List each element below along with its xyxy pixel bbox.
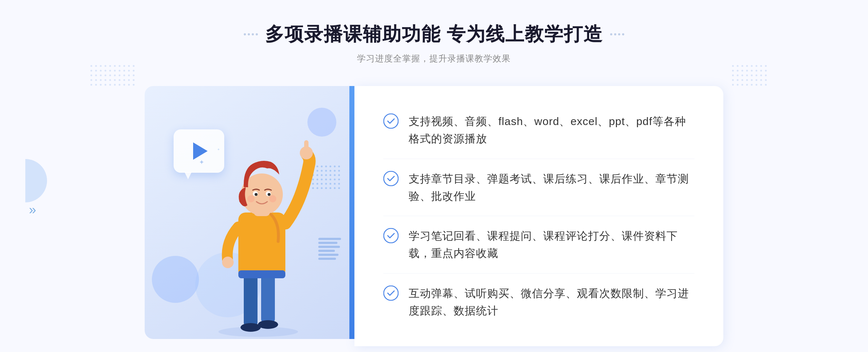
svg-point-4 xyxy=(258,320,278,329)
page-container: » 多项录播课辅助功能 专为线上教学打造 学习进度全掌握，提升录播课教学效果 xyxy=(0,0,868,352)
person-illustration xyxy=(200,129,323,339)
deco-circle-1 xyxy=(152,256,199,303)
feature-text-3: 学习笔记回看、课程提问、课程评论打分、课件资料下载，重点内容收藏 xyxy=(409,227,694,262)
feature-divider-2 xyxy=(383,216,694,216)
svg-point-16 xyxy=(247,195,255,202)
svg-rect-8 xyxy=(304,140,309,153)
header-decorators: 多项录播课辅助功能 专为线上教学打造 xyxy=(244,22,624,47)
svg-rect-1 xyxy=(244,270,258,328)
page-subtitle: 学习进度全掌握，提升录播课教学效果 xyxy=(244,53,624,64)
check-icon-4 xyxy=(383,286,399,301)
svg-rect-6 xyxy=(238,270,285,278)
page-main-title: 多项录播课辅助功能 专为线上教学打造 xyxy=(265,22,603,47)
svg-rect-2 xyxy=(261,270,275,325)
decorator-dots-left xyxy=(244,33,258,35)
feature-item-3: 学习笔记回看、课程提问、课程评论打分、课件资料下载，重点内容收藏 xyxy=(383,221,694,269)
feature-text-1: 支持视频、音频、flash、word、excel、ppt、pdf等各种格式的资源… xyxy=(409,113,694,147)
check-icon-1 xyxy=(383,113,399,129)
illustration-panel: ✦ ✦ xyxy=(145,86,354,339)
svg-point-19 xyxy=(384,171,398,186)
check-icon-3 xyxy=(383,228,399,243)
feature-text-4: 互动弹幕、试听购买、微信分享、观看次数限制、学习进度跟踪、数据统计 xyxy=(409,285,694,319)
feature-item-4: 互动弹幕、试听购买、微信分享、观看次数限制、学习进度跟踪、数据统计 xyxy=(383,278,694,326)
dot-pattern-left xyxy=(90,65,135,86)
svg-point-14 xyxy=(255,193,258,196)
dot-pattern-right xyxy=(732,65,767,86)
svg-point-18 xyxy=(384,114,398,128)
svg-point-9 xyxy=(222,257,234,268)
feature-divider-3 xyxy=(383,273,694,274)
feature-item-1: 支持视频、音频、flash、word、excel、ppt、pdf等各种格式的资源… xyxy=(383,106,694,154)
feature-text-2: 支持章节目录、弹题考试、课后练习、课后作业、章节测验、批改作业 xyxy=(409,170,694,205)
svg-point-3 xyxy=(241,323,261,332)
feature-item-2: 支持章节目录、弹题考试、课后练习、课后作业、章节测验、批改作业 xyxy=(383,164,694,211)
svg-rect-5 xyxy=(238,213,285,278)
feature-divider-1 xyxy=(383,159,694,159)
svg-point-20 xyxy=(384,228,398,243)
svg-point-15 xyxy=(268,193,271,196)
chevron-decoration: » xyxy=(29,202,36,218)
check-icon-2 xyxy=(383,171,399,186)
header-section: 多项录播课辅助功能 专为线上教学打造 学习进度全掌握，提升录播课教学效果 xyxy=(244,22,624,64)
content-area: ✦ ✦ xyxy=(145,86,723,346)
svg-point-21 xyxy=(384,286,398,300)
svg-point-17 xyxy=(269,195,276,202)
features-panel: 支持视频、音频、flash、word、excel、ppt、pdf等各种格式的资源… xyxy=(354,86,723,346)
semi-circle-decoration xyxy=(25,159,47,202)
decorator-dots-right xyxy=(610,33,624,35)
blue-accent-bar xyxy=(349,86,354,339)
